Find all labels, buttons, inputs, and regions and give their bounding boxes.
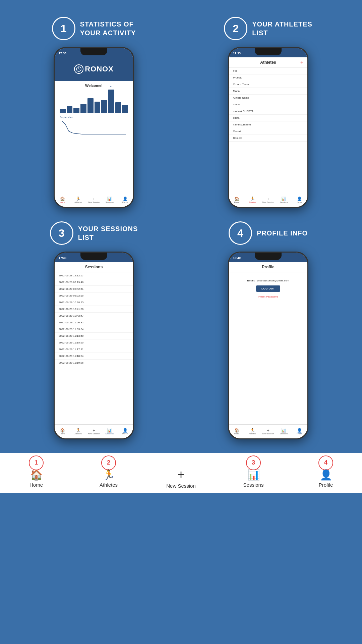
phone-1-nav-home[interactable]: 🏠 Home [55,193,70,207]
athlete-item[interactable]: atleta [229,115,307,121]
num-circle-3: 3 [50,221,73,245]
session-item[interactable]: 2022-06-28 12:12:57 [55,272,133,279]
phone-1-nav-profile[interactable]: 👤 Profile [117,193,133,207]
athlete-item[interactable]: Cronox Team [229,81,307,88]
athletes-plus-btn[interactable]: + [300,59,303,65]
session-item[interactable]: 2022-06-29 10:41:06 [55,306,133,313]
sessions-title: Sessions [85,265,103,269]
session-item[interactable]: 2022-06-29 11:13:40 [55,333,133,339]
phone-4-nav-athletes[interactable]: 🏃 Athletes [245,425,260,438]
athlete-item[interactable]: Oscarin [229,128,307,135]
nav-label: New Session [262,201,274,203]
phone-3-nav-home[interactable]: 🏠 Home [55,425,70,438]
phone-4-content: Profile Email: 1maria1cuesta@gmail.com L… [229,262,307,438]
phone-2-nav-home[interactable]: 🏠 Home [229,193,245,207]
phone-2-nav-athletes[interactable]: 🏃 Athletes [245,193,260,207]
bottom-plus-icon: + [177,468,184,482]
label-1: 1 STATISTICS OFYOUR ACTIVITY [52,17,136,40]
line-chart-title: September [60,116,128,119]
phone-1-nav-new-session[interactable]: ＋ New Session [86,193,102,207]
phone-3-nav-athletes[interactable]: 🏃 Athletes [70,425,86,438]
bottom-num-2: 2 [107,459,110,466]
athlete-item[interactable]: name surname [229,121,307,128]
bottom-nav-home[interactable]: 1 🏠 Home [0,459,72,488]
session-item[interactable]: 2022-06-29 11:00:32 [55,319,133,326]
label-text-3: YOUR SESSIONSLIST [78,224,138,242]
profile-email-value: 1maria1cuesta@gmail.com [256,279,289,282]
plus-icon: ＋ [92,197,96,201]
phone-3-screen: 17:33 Sessions 2022-06-28 12:12:57 2022-… [55,253,133,438]
phone-4-nav-home[interactable]: 🏠 Home [229,425,245,438]
phone-2-nav-new[interactable]: ＋ New Session [260,193,276,207]
phone-3-nav-new[interactable]: ＋ New Session [86,425,102,438]
nav-label: Notes [297,201,302,203]
bottom-nav-sessions[interactable]: 3 📊 Sessions [217,459,290,488]
bottom-nav-profile[interactable]: 4 👤 Profile [290,459,362,488]
logout-button[interactable]: LOG OUT [256,285,280,292]
bar-5 [87,98,94,113]
label-text-2: YOUR ATHLETESLIST [252,20,312,37]
cronox-icon [74,64,83,74]
phone-4-nav-sessions[interactable]: 📊 Sessions [276,425,292,438]
phone-2-nav-sessions[interactable]: 📊 Sessions [276,193,292,207]
phone-1-header: RONOX [55,57,133,81]
profile-icon: 👤 [123,428,128,432]
athlete-item[interactable]: Fer [229,68,307,74]
athlete-item[interactable]: Prueba [229,74,307,81]
plus-icon: ＋ [266,197,270,201]
athlete-item[interactable]: Athlete Name [229,95,307,101]
athlete-item[interactable]: maria A CUESTA [229,108,307,115]
phone-1-nav-athletes[interactable]: 🏃 Athletes [70,193,86,207]
sessions-icon: 📊 [107,428,112,432]
session-item[interactable]: 2022-06-29 11:17:31 [55,346,133,353]
bottom-profile-icon: 👤 [320,469,332,481]
profile-header: Profile [229,262,307,272]
nav-sessions-label: Sessions [106,201,114,203]
phone-4-nav-profile[interactable]: 👤 Profile [292,425,307,438]
session-item[interactable]: 2022-06-29 11:03:04 [55,326,133,333]
phone-4-nav-new[interactable]: ＋ New Session [260,425,276,438]
athletes-icon: 🏃 [76,197,81,201]
phone-4-time: 16:40 [233,256,241,260]
notes-icon: 👤 [297,197,302,201]
phone-2-nav-notes[interactable]: 👤 Notes [292,193,307,207]
session-item[interactable]: 2022-06-29 11:18:04 [55,353,133,360]
athletes-icon: 🏃 [250,428,255,432]
quadrant-4: 4 PROFILE INFO 16:40 Profile Email: [181,215,355,446]
session-item[interactable]: 2022-06-29 11:19:26 [55,360,133,366]
bar-7 [101,100,107,113]
phone-3-nav-sessions[interactable]: 📊 Sessions [102,425,117,438]
athlete-item[interactable]: Danielo [229,135,307,142]
athlete-item[interactable]: maria [229,101,307,108]
line-chart-container: September [58,114,130,138]
session-item[interactable]: 2022-06-29 05:22:15 [55,292,133,299]
phone-2-screen: 17:33 Athletes + Fer Prueba Cronox Team … [229,48,307,207]
session-item[interactable]: 2022-06-29 11:15:55 [55,339,133,346]
nav-label: Sessions [280,433,288,435]
bar-8: 47 [108,90,114,113]
athletes-title: Athletes [260,60,276,65]
nav-label: New Session [262,433,274,435]
session-item[interactable]: 2022-06-29 02:19:48 [55,279,133,286]
bottom-num-4: 4 [324,459,327,466]
phone-2-nav: 🏠 Home 🏃 Athletes ＋ New Session 📊 [229,193,307,207]
reset-password-link[interactable]: Reset Password [258,295,278,298]
bottom-nav-athletes[interactable]: 2 🏃 Athletes [72,459,145,488]
bar-6 [95,102,101,113]
phone-1-nav: 🏠 Home 🏃 Athletes ＋ New Session 📊 Sessio… [55,193,133,207]
cronox-logo: RONOX [74,64,114,74]
session-item[interactable]: 2022-06-29 02:42:51 [55,286,133,292]
phone-1-nav-sessions[interactable]: 📊 Sessions [102,193,117,207]
phone-4-notch [255,253,282,260]
label-3: 3 YOUR SESSIONSLIST [50,221,138,245]
athlete-item[interactable]: Maria [229,88,307,95]
bottom-home-icon: 🏠 [30,469,43,481]
session-item[interactable]: 2022-06-29 10:42:47 [55,313,133,319]
phone-3-nav-profile[interactable]: 👤 Profile [117,425,133,438]
session-item[interactable]: 2022-06-29 10:38:25 [55,299,133,306]
bottom-nav-new-session[interactable]: + New Session [145,458,217,489]
phone-1-body: Welcome! 47 [55,81,133,141]
bottom-circle-1: 1 [29,455,44,470]
quadrant-3: 3 YOUR SESSIONSLIST 17:33 Sessions 2022-… [7,215,181,446]
bar-10 [122,105,128,113]
